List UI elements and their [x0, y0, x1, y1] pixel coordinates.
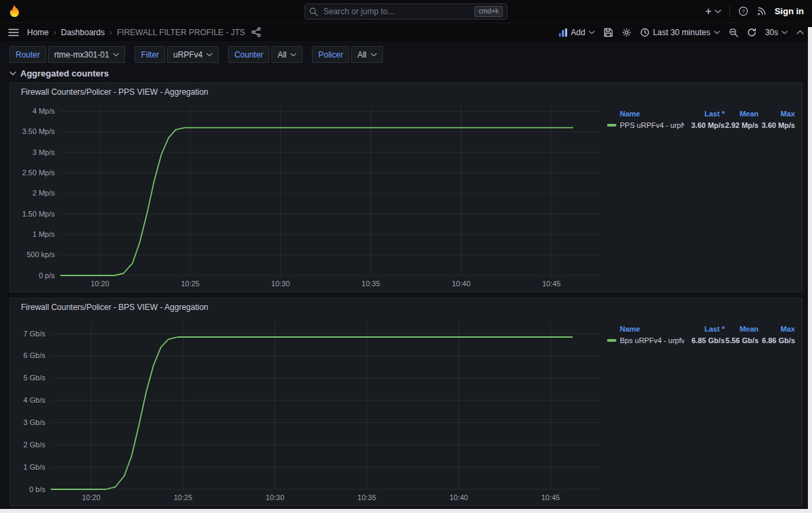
svg-text:3 Mp/s: 3 Mp/s — [32, 148, 55, 156]
chevron-up-icon — [796, 30, 804, 35]
svg-text:500 kp/s: 500 kp/s — [26, 250, 55, 259]
toolbar-actions: Add Last 30 minutes — [558, 28, 804, 37]
svg-text:0 b/s: 0 b/s — [29, 485, 45, 493]
chevron-down-icon — [113, 53, 119, 57]
variable-filter-select[interactable]: uRPFv4 — [167, 46, 219, 63]
legend-header-last[interactable]: Last * — [684, 110, 725, 118]
news-button[interactable] — [757, 6, 767, 16]
svg-text:10:40: 10:40 — [452, 280, 471, 288]
chevron-down-icon — [290, 53, 296, 57]
new-button[interactable]: + — [705, 6, 721, 17]
legend-series-row: Bps uRPFv4 - urpfv4 6.85 Gb/s 5.56 Gb/s … — [607, 334, 795, 346]
svg-text:?: ? — [742, 8, 745, 14]
rss-icon — [757, 6, 767, 16]
add-button[interactable]: Add — [558, 28, 595, 37]
sign-in-button[interactable]: Sign in — [775, 6, 804, 16]
legend-header-max[interactable]: Max — [759, 110, 795, 118]
chevron-down-icon — [715, 9, 721, 14]
chevron-down-icon — [589, 30, 595, 35]
svg-text:0 p/s: 0 p/s — [39, 271, 55, 280]
legend-mean-value: 2.92 Mp/s — [725, 121, 759, 129]
vertical-scrollbar[interactable] — [808, 27, 812, 509]
legend-header-row: Name Last * Mean Max — [607, 323, 795, 334]
panel-title[interactable]: Firewall Counters/Policer - BPS VIEW - A… — [16, 301, 796, 316]
svg-text:10:20: 10:20 — [82, 493, 101, 501]
dashboard-content: Router rtme-mx301-01 Filter uRPFv4 Count… — [0, 42, 812, 506]
svg-text:4 Gb/s: 4 Gb/s — [24, 396, 46, 404]
legend-header-name[interactable]: Name — [607, 325, 684, 333]
dashboard-settings-button[interactable] — [622, 28, 631, 37]
breadcrumb-dashboards[interactable]: Dashboards — [61, 28, 105, 37]
grafana-logo-icon[interactable] — [8, 5, 21, 18]
svg-text:1.50 Mp/s: 1.50 Mp/s — [22, 210, 55, 218]
variable-counter-select[interactable]: All — [271, 46, 302, 63]
help-button[interactable]: ? — [738, 6, 748, 16]
save-dashboard-button[interactable] — [604, 28, 613, 37]
panel-body: 0 p/s500 kp/s1 Mp/s1.50 Mp/s2 Mp/s2.50 M… — [16, 101, 796, 290]
legend-max-value: 3.60 Mp/s — [759, 121, 795, 129]
chevron-down-icon — [9, 71, 16, 76]
legend-series-toggle[interactable]: PPS uRPFv4 - urpfv4 — [607, 121, 684, 129]
variable-filter: Filter uRPFv4 — [135, 46, 219, 63]
variable-router-label: Router — [9, 46, 46, 63]
panel-pps: Firewall Counters/Policer - PPS VIEW - A… — [9, 83, 803, 292]
help-icon: ? — [738, 6, 748, 16]
variable-counter-label: Counter — [228, 46, 269, 63]
chevron-down-icon — [371, 53, 377, 57]
legend-header-mean[interactable]: Mean — [725, 110, 759, 118]
breadcrumb-home[interactable]: Home — [27, 28, 49, 37]
svg-text:10:20: 10:20 — [91, 280, 110, 288]
save-icon — [604, 28, 613, 37]
zoom-out-button[interactable] — [729, 28, 738, 37]
search-input[interactable] — [322, 6, 470, 17]
legend-series-toggle[interactable]: Bps uRPFv4 - urpfv4 — [607, 336, 684, 344]
time-range-picker[interactable]: Last 30 minutes — [640, 28, 720, 37]
series-color-marker — [607, 339, 616, 342]
series-color-marker — [607, 124, 616, 127]
legend-header-mean[interactable]: Mean — [725, 325, 759, 333]
gear-icon — [622, 28, 631, 37]
bps-timeseries-chart[interactable]: 0 b/s1 Gb/s2 Gb/s3 Gb/s4 Gb/s5 Gb/s6 Gb/… — [16, 316, 606, 504]
search-box[interactable]: cmd+k — [304, 3, 508, 20]
topbar-actions: + ? Sign in — [705, 6, 804, 17]
svg-text:10:25: 10:25 — [181, 280, 200, 288]
legend-last-value: 3.60 Mp/s — [684, 121, 725, 129]
svg-text:7 Gb/s: 7 Gb/s — [24, 330, 46, 338]
legend-max-value: 6.86 Gb/s — [759, 336, 795, 344]
horizontal-scrollbar[interactable] — [0, 509, 812, 513]
panel-legend: Name Last * Mean Max Bps uRPFv4 - urpfv4… — [606, 316, 795, 504]
row-title: Aggregated counters — [20, 68, 109, 79]
variable-router: Router rtme-mx301-01 — [9, 46, 125, 63]
refresh-button[interactable] — [747, 28, 757, 37]
legend-series-row: PPS uRPFv4 - urpfv4 3.60 Mp/s 2.92 Mp/s … — [607, 119, 795, 131]
variable-policer-select[interactable]: All — [351, 46, 382, 63]
variable-filter-label: Filter — [135, 46, 165, 63]
chevron-down-icon — [782, 30, 788, 35]
chevron-down-icon — [206, 53, 212, 57]
svg-text:3.50 Mp/s: 3.50 Mp/s — [22, 127, 55, 135]
panel-title[interactable]: Firewall Counters/Policer - PPS VIEW - A… — [16, 86, 796, 101]
top-bar: cmd+k + ? Sign in — [0, 0, 812, 23]
svg-text:1 Mp/s: 1 Mp/s — [32, 230, 55, 238]
svg-text:10:30: 10:30 — [271, 280, 290, 288]
share-icon[interactable] — [251, 27, 261, 37]
pps-timeseries-chart[interactable]: 0 p/s500 kp/s1 Mp/s1.50 Mp/s2 Mp/s2.50 M… — [16, 101, 606, 290]
svg-text:2 Gb/s: 2 Gb/s — [24, 441, 46, 449]
refresh-interval-picker[interactable]: 30s — [765, 28, 788, 37]
svg-text:10:45: 10:45 — [542, 280, 561, 288]
menu-icon[interactable] — [8, 28, 19, 37]
topbar-divider — [729, 6, 730, 17]
variable-router-select[interactable]: rtme-mx301-01 — [48, 46, 125, 63]
plus-icon: + — [705, 6, 711, 17]
legend-header-name[interactable]: Name — [607, 110, 684, 118]
svg-text:2 Mp/s: 2 Mp/s — [32, 189, 55, 197]
panel-body: 0 b/s1 Gb/s2 Gb/s3 Gb/s4 Gb/s5 Gb/s6 Gb/… — [16, 316, 796, 504]
panel-legend: Name Last * Mean Max PPS uRPFv4 - urpfv4… — [606, 101, 795, 290]
svg-text:1 Gb/s: 1 Gb/s — [24, 463, 46, 471]
row-aggregated-counters[interactable]: Aggregated counters — [9, 67, 803, 79]
collapse-topbar-button[interactable] — [796, 30, 804, 35]
variable-policer: Policer All — [312, 46, 382, 63]
svg-text:10:45: 10:45 — [541, 493, 560, 501]
legend-header-max[interactable]: Max — [759, 325, 795, 333]
legend-header-last[interactable]: Last * — [684, 325, 725, 333]
